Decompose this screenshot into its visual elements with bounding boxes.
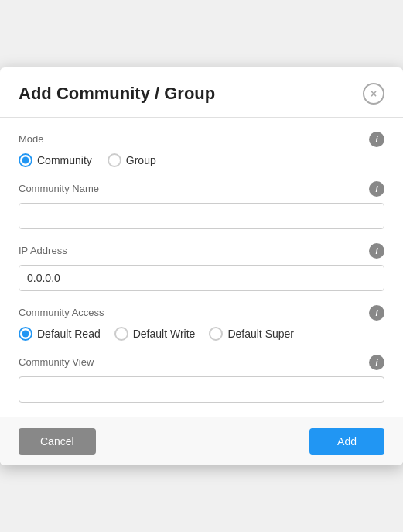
mode-field-group: Mode i Community Group xyxy=(19,132,384,167)
mode-field-header: Mode i xyxy=(19,132,384,147)
community-name-field-header: Community Name i xyxy=(19,181,384,197)
ip-address-label: IP Address xyxy=(19,245,67,256)
community-view-info-icon[interactable]: i xyxy=(369,355,384,370)
access-default-super-radio[interactable] xyxy=(209,327,223,341)
mode-community-radio[interactable] xyxy=(19,153,32,167)
mode-info-icon[interactable]: i xyxy=(369,132,384,147)
community-access-label: Community Access xyxy=(19,307,104,318)
dialog-title: Add Community / Group xyxy=(19,84,215,104)
community-name-label: Community Name xyxy=(19,183,99,194)
ip-address-info-icon[interactable]: i xyxy=(369,243,384,259)
dialog-header: Add Community / Group × xyxy=(0,67,403,118)
community-view-field-group: Community View i xyxy=(19,355,384,403)
community-view-field-header: Community View i xyxy=(19,355,384,370)
add-button[interactable]: Add xyxy=(309,428,384,455)
community-access-field-group: Community Access i Default Read Default … xyxy=(19,305,384,341)
mode-group-option[interactable]: Group xyxy=(108,153,156,167)
mode-community-label: Community xyxy=(37,154,92,166)
community-access-radio-group: Default Read Default Write Default Super xyxy=(19,327,384,341)
access-default-write-option[interactable]: Default Write xyxy=(114,327,196,341)
access-default-super-label: Default Super xyxy=(227,328,294,340)
community-name-field-group: Community Name i xyxy=(19,181,384,229)
ip-address-input[interactable] xyxy=(19,265,384,291)
close-button[interactable]: × xyxy=(363,83,384,105)
mode-group-label: Group xyxy=(126,154,156,166)
access-default-read-option[interactable]: Default Read xyxy=(19,327,101,341)
ip-address-field-group: IP Address i xyxy=(19,243,384,291)
ip-address-field-header: IP Address i xyxy=(19,243,384,259)
mode-label: Mode xyxy=(19,133,44,145)
community-view-input[interactable] xyxy=(19,376,384,403)
mode-radio-group: Community Group xyxy=(19,153,384,167)
access-default-read-label: Default Read xyxy=(37,328,101,340)
mode-group-radio[interactable] xyxy=(108,153,121,167)
access-default-write-radio[interactable] xyxy=(114,327,128,341)
community-name-info-icon[interactable]: i xyxy=(369,181,384,197)
community-view-label: Community View xyxy=(19,356,94,368)
access-default-read-radio[interactable] xyxy=(19,327,32,341)
add-community-dialog: Add Community / Group × Mode i Community… xyxy=(0,67,403,465)
cancel-button[interactable]: Cancel xyxy=(19,428,96,455)
mode-community-option[interactable]: Community xyxy=(19,153,92,167)
dialog-body: Mode i Community Group Community Name i xyxy=(0,118,403,417)
community-access-field-header: Community Access i xyxy=(19,305,384,321)
community-access-info-icon[interactable]: i xyxy=(369,305,384,321)
community-name-input[interactable] xyxy=(19,203,384,229)
access-default-write-label: Default Write xyxy=(133,328,196,340)
access-default-super-option[interactable]: Default Super xyxy=(209,327,294,341)
dialog-footer: Cancel Add xyxy=(0,417,403,465)
